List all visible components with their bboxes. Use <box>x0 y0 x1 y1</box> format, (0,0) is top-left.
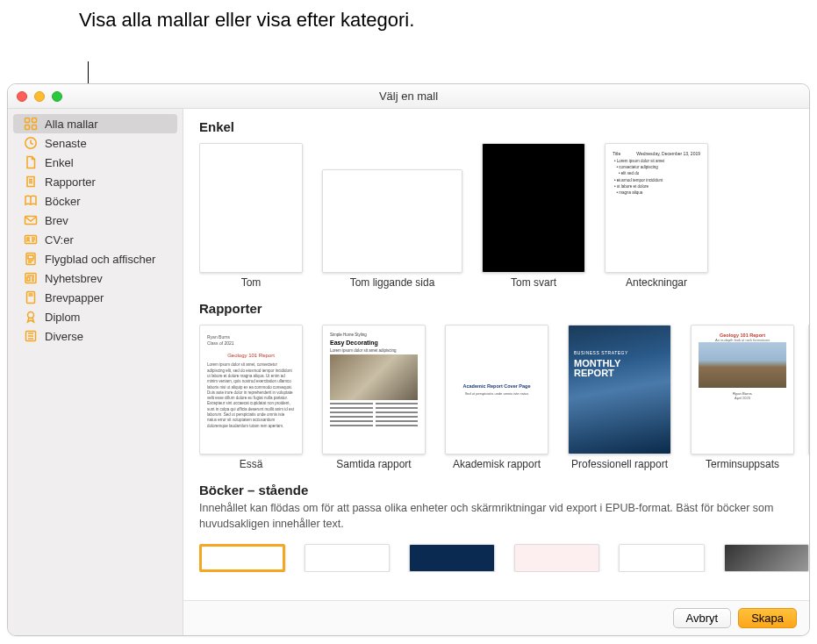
ribbon-icon <box>24 310 38 324</box>
sidebar-item-label: CV:er <box>45 233 74 247</box>
svg-point-7 <box>27 238 30 240</box>
window-body: Alla mallar Senaste Enkel Rapporter <box>8 109 809 635</box>
window-title: Välj en mall <box>8 89 809 103</box>
sidebar-item-nyhetsbrev[interactable]: Nyhetsbrev <box>13 268 177 288</box>
sidebar-item-label: Diplom <box>45 311 80 324</box>
sidebar-item-label: Brev <box>45 214 68 227</box>
template-label: Akademisk rapport <box>453 458 541 470</box>
dialog-footer: Avbryt Skapa <box>183 600 809 635</box>
thumb-text: Wednesday, December 13, 2019 <box>636 151 700 156</box>
sidebar-item-cver[interactable]: CV:er <box>13 230 177 249</box>
category-sidebar: Alla mallar Senaste Enkel Rapporter <box>8 109 183 635</box>
template-thumb: Ryan Burns Class of 2021 Geology 101 Rep… <box>199 325 303 454</box>
document-stack-icon <box>24 175 38 189</box>
cancel-button[interactable]: Avbryt <box>673 608 732 628</box>
svg-rect-2 <box>25 125 30 130</box>
section-title-rapporter: Rapporter <box>199 301 809 316</box>
template-book-4[interactable] <box>514 544 599 572</box>
template-thumb-peek[interactable] <box>808 325 809 454</box>
template-label: Essä <box>240 458 263 470</box>
template-book-5[interactable] <box>619 544 704 572</box>
template-tom[interactable]: Tom <box>199 143 303 289</box>
sidebar-item-all-templates[interactable]: Alla mallar <box>13 114 177 133</box>
template-label: Terminsuppsats <box>706 458 779 470</box>
help-callout: Visa alla mallar eller visa efter katego… <box>79 7 414 33</box>
sidebar-item-label: Diverse <box>45 330 83 343</box>
thumb-text: Geology 101 Report <box>207 352 295 359</box>
sidebar-item-diplom[interactable]: Diplom <box>13 307 177 326</box>
sidebar-item-label: Alla mallar <box>45 118 98 131</box>
svg-rect-0 <box>25 118 30 123</box>
template-label: Professionell rapport <box>571 458 668 470</box>
create-button[interactable]: Skapa <box>738 608 797 628</box>
sidebar-item-diverse[interactable]: Diverse <box>13 326 177 346</box>
template-professionell-rapport[interactable]: BUSINESS STRATEGY MONTHLYREPORT Professi… <box>568 325 671 470</box>
sidebar-item-rapporter[interactable]: Rapporter <box>13 172 177 191</box>
template-row-rapporter: Ryan Burns Class of 2021 Geology 101 Rep… <box>199 319 809 481</box>
sidebar-item-label: Flygblad och affischer <box>45 253 155 266</box>
zoom-button[interactable] <box>52 91 62 102</box>
template-anteckningar[interactable]: TitleWednesday, December 13, 2019 • Lore… <box>605 143 708 289</box>
window-titlebar: Välj en mall <box>8 84 809 109</box>
template-label: Samtida rapport <box>336 458 411 470</box>
section-title-enkel: Enkel <box>199 119 809 134</box>
sidebar-item-bocker[interactable]: Böcker <box>13 191 177 211</box>
sidebar-item-brev[interactable]: Brev <box>13 211 177 230</box>
template-akademisk-rapport[interactable]: Academic Report Cover Page Sed ut perspi… <box>445 325 548 470</box>
sidebar-item-label: Senaste <box>45 137 87 150</box>
template-tom-liggande[interactable]: Tom liggande sida <box>322 143 462 289</box>
sidebar-item-label: Nyhetsbrev <box>45 272 103 285</box>
thumb-text: Title <box>613 151 620 156</box>
thumb-text: Simple Home Styling <box>330 333 418 337</box>
template-label: Tom svart <box>511 276 556 289</box>
document-icon <box>24 155 38 169</box>
close-button[interactable] <box>17 91 27 102</box>
template-thumb: TitleWednesday, December 13, 2019 • Lore… <box>605 143 708 273</box>
section-title-bocker: Böcker – stående <box>199 483 809 497</box>
newspaper-icon <box>24 271 38 285</box>
template-book-1[interactable] <box>199 544 285 572</box>
template-thumb <box>482 143 585 273</box>
book-icon <box>24 194 38 208</box>
sidebar-item-flygblad[interactable]: Flygblad och affischer <box>13 249 177 268</box>
sidebar-item-label: Böcker <box>45 195 80 208</box>
thumb-text: Ryan Burns <box>207 334 295 340</box>
thumb-text: Academic Report Cover Page <box>462 383 530 389</box>
folder-icon <box>24 329 38 343</box>
template-essa[interactable]: Ryan Burns Class of 2021 Geology 101 Rep… <box>199 325 303 470</box>
sidebar-item-enkel[interactable]: Enkel <box>13 153 177 172</box>
svg-rect-3 <box>32 125 37 130</box>
template-samtida-rapport[interactable]: Simple Home Styling Easy Decorating Lore… <box>322 325 426 470</box>
thumb-text: REPORT <box>574 368 614 378</box>
template-terminsuppsats[interactable]: Geology 101 Report An in-depth look at r… <box>691 325 794 470</box>
template-label: Tom <box>241 276 262 289</box>
svg-rect-1 <box>32 118 37 123</box>
sidebar-item-recent[interactable]: Senaste <box>13 133 177 153</box>
template-chooser-window: Välj en mall Alla mallar Senaste Enkel <box>7 83 810 636</box>
template-label: Anteckningar <box>626 276 687 289</box>
clock-icon <box>24 136 38 150</box>
thumb-text: Easy Decorating <box>330 340 418 346</box>
envelope-icon <box>24 213 38 227</box>
template-thumb: BUSINESS STRATEGY MONTHLYREPORT <box>568 325 671 454</box>
sidebar-item-label: Brevpapper <box>45 291 104 304</box>
section-description-bocker: Innehållet kan flödas om för att passa o… <box>199 501 809 532</box>
template-thumb: Academic Report Cover Page Sed ut perspi… <box>445 325 548 454</box>
letterhead-icon <box>24 290 38 304</box>
poster-icon <box>24 252 38 266</box>
template-tom-svart[interactable]: Tom svart <box>482 143 585 289</box>
template-thumb <box>322 169 462 273</box>
template-book-6[interactable] <box>724 544 809 572</box>
sidebar-item-brevpapper[interactable]: Brevpapper <box>13 288 177 307</box>
id-card-icon <box>24 233 38 247</box>
minimize-button[interactable] <box>34 91 45 102</box>
template-row-bocker <box>199 539 809 572</box>
template-book-2[interactable] <box>305 544 390 572</box>
grid-icon <box>24 117 38 131</box>
template-thumb: Simple Home Styling Easy Decorating Lore… <box>322 325 426 454</box>
template-label: Tom liggande sida <box>350 276 435 289</box>
template-book-3[interactable] <box>409 544 494 572</box>
template-thumb <box>199 143 303 273</box>
template-thumb: Geology 101 Report An in-depth look at r… <box>691 325 794 454</box>
sidebar-item-label: Enkel <box>45 156 74 169</box>
